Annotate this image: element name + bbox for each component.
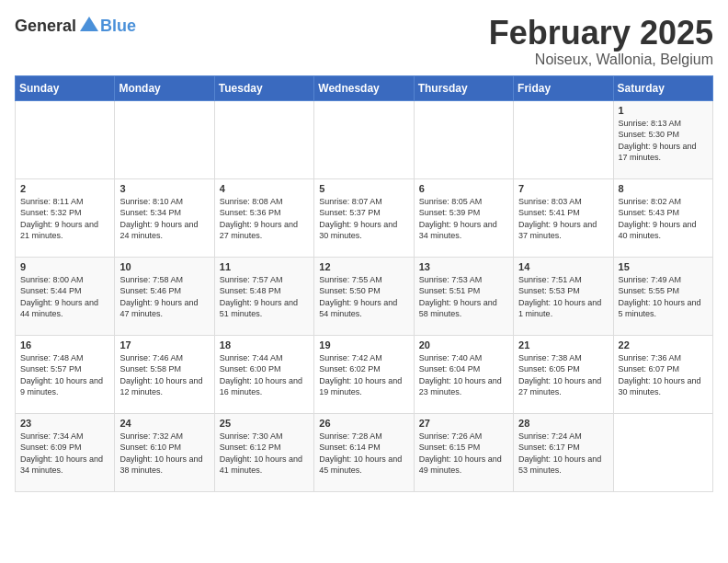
calendar-cell: 26Sunrise: 7:28 AM Sunset: 6:14 PM Dayli… bbox=[314, 413, 414, 491]
day-header-thursday: Thursday bbox=[414, 75, 513, 100]
day-number: 15 bbox=[619, 261, 708, 272]
day-number: 16 bbox=[20, 339, 109, 350]
day-number: 24 bbox=[119, 418, 209, 429]
logo-general: General bbox=[15, 17, 76, 36]
calendar-cell: 12Sunrise: 7:55 AM Sunset: 5:50 PM Dayli… bbox=[314, 257, 414, 335]
logo-blue: Blue bbox=[100, 17, 136, 36]
location-title: Noiseux, Wallonia, Belgium bbox=[489, 52, 713, 68]
calendar-cell: 19Sunrise: 7:42 AM Sunset: 6:02 PM Dayli… bbox=[314, 335, 414, 413]
day-info: Sunrise: 8:00 AM Sunset: 5:44 PM Dayligh… bbox=[20, 274, 109, 320]
calendar-cell: 14Sunrise: 7:51 AM Sunset: 5:53 PM Dayli… bbox=[514, 257, 613, 335]
day-number: 2 bbox=[20, 183, 109, 194]
calendar-cell: 24Sunrise: 7:32 AM Sunset: 6:10 PM Dayli… bbox=[115, 413, 214, 491]
calendar-cell: 21Sunrise: 7:38 AM Sunset: 6:05 PM Dayli… bbox=[514, 335, 613, 413]
day-number: 14 bbox=[518, 261, 608, 272]
day-header-sunday: Sunday bbox=[16, 75, 115, 100]
day-info: Sunrise: 8:05 AM Sunset: 5:39 PM Dayligh… bbox=[419, 196, 508, 242]
day-header-tuesday: Tuesday bbox=[214, 75, 313, 100]
day-info: Sunrise: 7:26 AM Sunset: 6:15 PM Dayligh… bbox=[419, 431, 508, 477]
calendar-cell: 11Sunrise: 7:57 AM Sunset: 5:48 PM Dayli… bbox=[214, 257, 313, 335]
calendar-header-row: SundayMondayTuesdayWednesdayThursdayFrid… bbox=[16, 75, 713, 100]
day-number: 12 bbox=[319, 261, 408, 272]
day-info: Sunrise: 7:28 AM Sunset: 6:14 PM Dayligh… bbox=[319, 431, 408, 477]
month-title: February 2025 bbox=[489, 15, 713, 52]
day-number: 10 bbox=[119, 261, 209, 272]
calendar-cell: 4Sunrise: 8:08 AM Sunset: 5:36 PM Daylig… bbox=[214, 178, 313, 257]
day-info: Sunrise: 8:11 AM Sunset: 5:32 PM Dayligh… bbox=[20, 196, 109, 242]
day-info: Sunrise: 7:32 AM Sunset: 6:10 PM Dayligh… bbox=[119, 431, 209, 477]
calendar-cell: 7Sunrise: 8:03 AM Sunset: 5:41 PM Daylig… bbox=[514, 178, 613, 257]
calendar-cell: 2Sunrise: 8:11 AM Sunset: 5:32 PM Daylig… bbox=[16, 178, 115, 257]
day-header-monday: Monday bbox=[115, 75, 214, 100]
day-info: Sunrise: 7:38 AM Sunset: 6:05 PM Dayligh… bbox=[518, 352, 608, 398]
day-header-saturday: Saturday bbox=[613, 75, 712, 100]
day-number: 18 bbox=[220, 339, 309, 350]
calendar-cell bbox=[514, 100, 613, 178]
day-info: Sunrise: 8:03 AM Sunset: 5:41 PM Dayligh… bbox=[518, 196, 608, 242]
page-header: General Blue February 2025 Noiseux, Wall… bbox=[15, 15, 713, 68]
day-info: Sunrise: 8:08 AM Sunset: 5:36 PM Dayligh… bbox=[220, 196, 309, 242]
title-block: February 2025 Noiseux, Wallonia, Belgium bbox=[489, 15, 713, 68]
day-number: 7 bbox=[518, 183, 608, 194]
day-info: Sunrise: 7:55 AM Sunset: 5:50 PM Dayligh… bbox=[319, 274, 408, 320]
day-number: 28 bbox=[518, 418, 608, 429]
day-info: Sunrise: 7:46 AM Sunset: 5:58 PM Dayligh… bbox=[119, 352, 209, 398]
calendar-cell: 25Sunrise: 7:30 AM Sunset: 6:12 PM Dayli… bbox=[214, 413, 313, 491]
calendar-cell: 13Sunrise: 7:53 AM Sunset: 5:51 PM Dayli… bbox=[414, 257, 513, 335]
day-number: 27 bbox=[419, 418, 508, 429]
day-number: 1 bbox=[619, 105, 708, 116]
calendar-cell bbox=[16, 100, 115, 178]
day-number: 9 bbox=[20, 261, 109, 272]
calendar-cell: 3Sunrise: 8:10 AM Sunset: 5:34 PM Daylig… bbox=[115, 178, 214, 257]
day-number: 17 bbox=[119, 339, 209, 350]
day-number: 23 bbox=[20, 418, 109, 429]
day-info: Sunrise: 7:40 AM Sunset: 6:04 PM Dayligh… bbox=[419, 352, 508, 398]
week-row-2: 9Sunrise: 8:00 AM Sunset: 5:44 PM Daylig… bbox=[16, 257, 713, 335]
svg-marker-0 bbox=[80, 17, 98, 31]
day-info: Sunrise: 7:42 AM Sunset: 6:02 PM Dayligh… bbox=[319, 352, 408, 398]
day-info: Sunrise: 8:07 AM Sunset: 5:37 PM Dayligh… bbox=[319, 196, 408, 242]
day-info: Sunrise: 8:13 AM Sunset: 5:30 PM Dayligh… bbox=[619, 118, 708, 164]
logo-icon bbox=[78, 15, 100, 37]
day-info: Sunrise: 7:58 AM Sunset: 5:46 PM Dayligh… bbox=[119, 274, 209, 320]
calendar-table: SundayMondayTuesdayWednesdayThursdayFrid… bbox=[15, 75, 713, 492]
calendar-cell: 28Sunrise: 7:24 AM Sunset: 6:17 PM Dayli… bbox=[514, 413, 613, 491]
calendar-cell bbox=[115, 100, 214, 178]
logo: General Blue bbox=[15, 15, 136, 37]
calendar-cell bbox=[314, 100, 414, 178]
day-number: 3 bbox=[119, 183, 209, 194]
calendar-cell: 1Sunrise: 8:13 AM Sunset: 5:30 PM Daylig… bbox=[613, 100, 712, 178]
day-number: 8 bbox=[619, 183, 708, 194]
day-info: Sunrise: 7:34 AM Sunset: 6:09 PM Dayligh… bbox=[20, 431, 109, 477]
day-info: Sunrise: 7:48 AM Sunset: 5:57 PM Dayligh… bbox=[20, 352, 109, 398]
day-number: 11 bbox=[220, 261, 309, 272]
day-number: 19 bbox=[319, 339, 408, 350]
calendar-cell: 23Sunrise: 7:34 AM Sunset: 6:09 PM Dayli… bbox=[16, 413, 115, 491]
calendar-cell: 16Sunrise: 7:48 AM Sunset: 5:57 PM Dayli… bbox=[16, 335, 115, 413]
calendar-cell: 5Sunrise: 8:07 AM Sunset: 5:37 PM Daylig… bbox=[314, 178, 414, 257]
calendar-cell: 6Sunrise: 8:05 AM Sunset: 5:39 PM Daylig… bbox=[414, 178, 513, 257]
calendar-body: 1Sunrise: 8:13 AM Sunset: 5:30 PM Daylig… bbox=[16, 100, 713, 491]
calendar-cell: 27Sunrise: 7:26 AM Sunset: 6:15 PM Dayli… bbox=[414, 413, 513, 491]
day-info: Sunrise: 7:30 AM Sunset: 6:12 PM Dayligh… bbox=[220, 431, 309, 477]
calendar-cell: 15Sunrise: 7:49 AM Sunset: 5:55 PM Dayli… bbox=[613, 257, 712, 335]
calendar-cell: 10Sunrise: 7:58 AM Sunset: 5:46 PM Dayli… bbox=[115, 257, 214, 335]
day-info: Sunrise: 7:49 AM Sunset: 5:55 PM Dayligh… bbox=[619, 274, 708, 320]
week-row-4: 23Sunrise: 7:34 AM Sunset: 6:09 PM Dayli… bbox=[16, 413, 713, 491]
calendar-cell bbox=[613, 413, 712, 491]
day-header-wednesday: Wednesday bbox=[314, 75, 414, 100]
day-info: Sunrise: 7:24 AM Sunset: 6:17 PM Dayligh… bbox=[518, 431, 608, 477]
day-number: 5 bbox=[319, 183, 408, 194]
calendar-cell bbox=[414, 100, 513, 178]
day-number: 22 bbox=[619, 339, 708, 350]
day-number: 25 bbox=[220, 418, 309, 429]
day-info: Sunrise: 7:57 AM Sunset: 5:48 PM Dayligh… bbox=[220, 274, 309, 320]
day-info: Sunrise: 8:10 AM Sunset: 5:34 PM Dayligh… bbox=[119, 196, 209, 242]
day-number: 20 bbox=[419, 339, 508, 350]
week-row-0: 1Sunrise: 8:13 AM Sunset: 5:30 PM Daylig… bbox=[16, 100, 713, 178]
day-info: Sunrise: 7:44 AM Sunset: 6:00 PM Dayligh… bbox=[220, 352, 309, 398]
calendar-cell: 20Sunrise: 7:40 AM Sunset: 6:04 PM Dayli… bbox=[414, 335, 513, 413]
day-header-friday: Friday bbox=[514, 75, 613, 100]
day-number: 21 bbox=[518, 339, 608, 350]
calendar-cell: 18Sunrise: 7:44 AM Sunset: 6:00 PM Dayli… bbox=[214, 335, 313, 413]
